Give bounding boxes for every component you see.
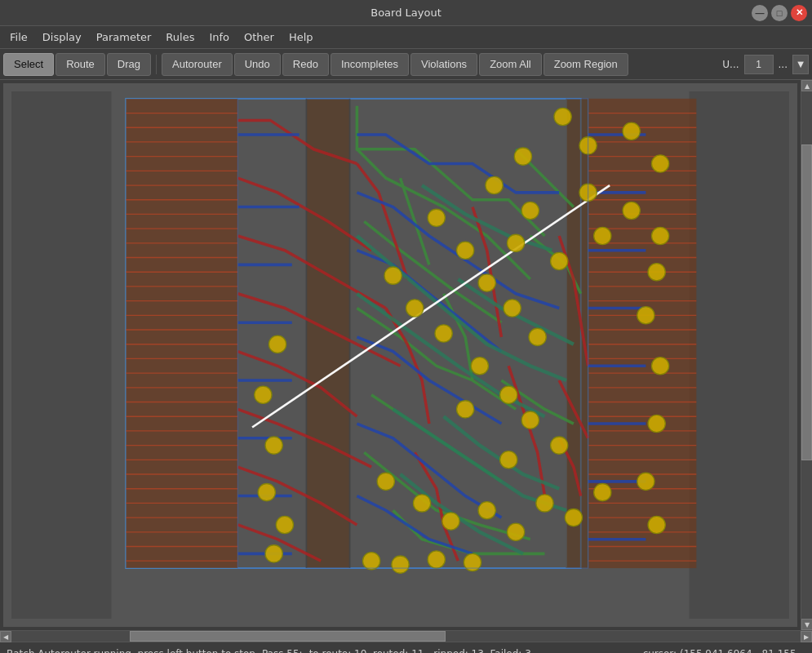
svg-point-98 [521, 411, 539, 429]
menu-help[interactable]: Help [282, 29, 320, 45]
svg-point-85 [507, 234, 524, 251]
svg-point-91 [529, 328, 546, 345]
svg-point-121 [637, 307, 654, 324]
svg-point-75 [554, 108, 571, 125]
status-message: Batch Autorouter running, press left but… [7, 648, 255, 654]
autorouter-button[interactable]: Autorouter [162, 53, 233, 76]
statusbar: Batch Autorouter running, press left but… [0, 642, 812, 653]
svg-point-123 [648, 415, 665, 432]
svg-point-108 [413, 495, 430, 512]
svg-point-117 [428, 551, 445, 568]
window-title: Board Layout [371, 7, 441, 19]
svg-point-81 [651, 227, 668, 244]
zoom-region-button[interactable]: Zoom Region [544, 53, 628, 76]
svg-point-111 [507, 523, 524, 540]
menu-display[interactable]: Display [36, 29, 88, 45]
svg-point-112 [536, 495, 553, 512]
svg-point-88 [457, 242, 474, 259]
pcb-canvas[interactable] [3, 83, 797, 627]
svg-point-105 [276, 516, 293, 533]
svg-point-100 [500, 451, 517, 469]
toolbar-separator-1 [156, 55, 157, 74]
menu-info[interactable]: Info [202, 29, 236, 45]
svg-point-83 [486, 176, 503, 193]
scroll-left-button[interactable]: ◀ [0, 631, 11, 642]
undo-dots: ... [775, 59, 791, 70]
svg-point-93 [406, 300, 424, 317]
redo-button[interactable]: Redo [282, 53, 329, 76]
svg-point-78 [651, 155, 668, 172]
menu-parameter[interactable]: Parameter [90, 29, 158, 45]
svg-point-110 [478, 502, 495, 519]
status-ripped: ripped: 13, Failed: 3 [433, 648, 531, 654]
svg-point-115 [362, 553, 379, 570]
main-content: ▲ ▼ [0, 80, 812, 630]
undo-button[interactable]: Undo [234, 53, 281, 76]
titlebar-controls: — □ ✕ [752, 5, 807, 21]
scroll-right-button[interactable]: ▶ [801, 631, 812, 642]
svg-point-107 [377, 473, 394, 490]
svg-point-113 [565, 509, 582, 526]
svg-point-125 [648, 516, 665, 533]
horizontal-scrollbar-container: ◀ ▶ [0, 630, 812, 642]
svg-point-109 [442, 513, 459, 530]
scroll-down-button[interactable]: ▼ [801, 619, 812, 630]
scroll-h-track[interactable] [11, 631, 801, 642]
svg-point-114 [594, 484, 611, 501]
svg-point-120 [648, 264, 665, 281]
scroll-up-button[interactable]: ▲ [801, 80, 812, 91]
maximize-button[interactable]: □ [771, 5, 788, 21]
incompletes-button[interactable]: Incompletes [331, 53, 409, 76]
menubar: File Display Parameter Rules Info Other … [0, 26, 812, 49]
svg-point-96 [500, 386, 517, 403]
svg-point-94 [435, 325, 452, 342]
svg-rect-71 [566, 99, 588, 568]
svg-point-95 [471, 358, 488, 375]
svg-point-104 [258, 484, 275, 501]
undo-value-input[interactable] [744, 55, 774, 74]
svg-point-124 [637, 473, 654, 490]
status-cursor: cursor: (155,941.6964, -81,155... [643, 648, 805, 654]
zoom-all-button[interactable]: Zoom All [479, 53, 542, 76]
svg-point-77 [623, 122, 640, 140]
select-button[interactable]: Select [3, 53, 54, 76]
svg-point-82 [514, 148, 531, 165]
svg-point-84 [521, 202, 539, 219]
svg-point-106 [265, 545, 282, 562]
svg-point-87 [428, 209, 445, 226]
titlebar: Board Layout — □ ✕ [0, 0, 812, 26]
svg-point-80 [623, 202, 640, 219]
status-to-route: to route: 10, routed: 11, [309, 648, 428, 654]
scroll-h-thumb[interactable] [130, 631, 446, 642]
svg-point-102 [255, 386, 272, 403]
scroll-v-track[interactable] [801, 91, 812, 619]
menu-other[interactable]: Other [237, 29, 281, 45]
menu-file[interactable]: File [3, 29, 34, 45]
pcb-layout-svg [11, 91, 789, 619]
svg-point-103 [265, 437, 282, 454]
u-label: U... [719, 59, 742, 70]
undo-redo-area: U... ... ▼ [719, 55, 809, 74]
minimize-button[interactable]: — [752, 5, 768, 21]
svg-rect-2 [126, 99, 237, 568]
violations-button[interactable]: Violations [410, 53, 477, 76]
vertical-scrollbar[interactable]: ▲ ▼ [801, 80, 812, 630]
pcb-board [11, 91, 789, 619]
svg-point-122 [651, 358, 668, 375]
svg-point-92 [384, 267, 402, 284]
svg-point-99 [551, 437, 568, 454]
svg-point-116 [392, 556, 409, 573]
menu-rules[interactable]: Rules [159, 29, 201, 45]
toolbar: Select Route Drag Autorouter Undo Redo I… [0, 49, 812, 80]
drag-button[interactable]: Drag [107, 53, 151, 76]
svg-point-119 [594, 227, 611, 244]
scroll-v-thumb[interactable] [801, 144, 812, 461]
svg-point-90 [504, 300, 521, 317]
svg-point-86 [551, 252, 568, 269]
svg-point-89 [478, 274, 495, 291]
svg-point-97 [457, 401, 474, 418]
status-pass: Pass 55: [262, 648, 303, 654]
route-button[interactable]: Route [55, 53, 105, 76]
undo-dropdown-button[interactable]: ▼ [792, 55, 809, 74]
close-button[interactable]: ✕ [791, 5, 807, 21]
